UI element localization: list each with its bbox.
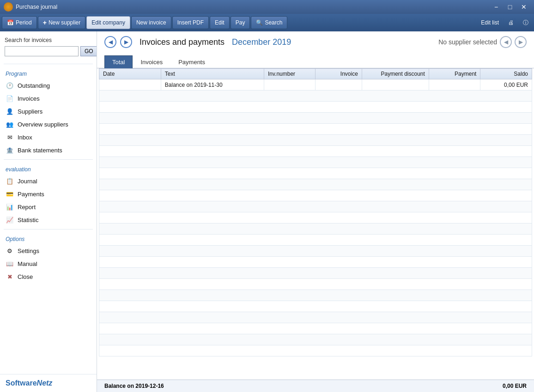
sidebar-item-label: Manual [18, 260, 37, 267]
sidebar-item-label: Bank statements [18, 147, 62, 154]
maximize-button[interactable]: □ [504, 2, 516, 12]
sidebar-item-payments[interactable]: 💳 Payments [0, 187, 97, 200]
sidebar-item-overview-suppliers[interactable]: 👥 Overview suppliers [0, 118, 97, 131]
info-icon: ⓘ [523, 19, 528, 27]
go-button[interactable]: GO [80, 46, 97, 56]
tab-payments[interactable]: Payments [170, 55, 213, 68]
search-section: Search for invoices GO [0, 31, 97, 61]
clock-icon: 🕐 [6, 81, 14, 90]
sidebar-item-label: Overview suppliers [18, 121, 68, 128]
table-row [99, 124, 532, 135]
persons-icon: 👥 [6, 120, 14, 128]
sidebar-item-statistic[interactable]: 📈 Statistic [0, 213, 97, 226]
tab-payments-label: Payments [178, 59, 205, 66]
edit-button[interactable]: Edit [210, 16, 230, 29]
printer-icon: 🖨 [508, 19, 514, 26]
cell-text: Balance on 2019-11-30 [161, 79, 264, 90]
prev-period-button[interactable]: ◀ [104, 36, 116, 48]
content-title: Invoices and payments [140, 37, 225, 47]
sidebar-item-invoices[interactable]: 📄 Invoices [0, 92, 97, 105]
tab-invoices[interactable]: Invoices [133, 55, 170, 68]
gear-icon: ⚙ [6, 247, 14, 255]
inbox-icon: ✉ [6, 133, 14, 141]
sidebar-item-label: Statistic [18, 217, 39, 223]
table-row [99, 190, 532, 201]
table-row [99, 323, 532, 334]
sidebar-item-bank-statements[interactable]: 🏦 Bank statements [0, 144, 97, 157]
new-invoice-button[interactable]: New invoice [131, 16, 171, 29]
table-row [99, 90, 532, 102]
logo-s: S [6, 379, 11, 387]
data-table: Date Text Inv.number Invoice Payment dis… [99, 68, 532, 356]
search-row: GO [5, 46, 92, 56]
sidebar-item-inbox[interactable]: ✉ Inbox [0, 131, 97, 144]
col-payment: Payment [429, 69, 480, 79]
divider-2 [4, 159, 93, 160]
report-icon: 📊 [6, 203, 14, 211]
evaluation-section-label: evaluation [0, 163, 97, 175]
statistic-icon: 📈 [6, 216, 14, 224]
table-row [99, 212, 532, 223]
cell-invoice [316, 79, 362, 90]
sidebar-spacer [0, 283, 97, 374]
edit-company-button[interactable]: Edit company [86, 16, 130, 29]
minimize-button[interactable]: − [490, 2, 503, 12]
sidebar-item-close[interactable]: ✖ Close [0, 270, 97, 283]
insert-pdf-button[interactable]: Insert PDF [172, 16, 209, 29]
edit-list-button[interactable]: Edit list [477, 16, 503, 29]
prev-supplier-button[interactable]: ◀ [500, 36, 512, 48]
sidebar-item-label: Invoices [18, 95, 40, 102]
col-saldo: Saldo [480, 69, 532, 79]
tab-total[interactable]: Total [104, 55, 133, 68]
program-section-label: Program [0, 67, 97, 79]
next-supplier-button[interactable]: ▶ [515, 36, 527, 48]
sidebar-item-label: Close [18, 273, 33, 280]
col-date: Date [99, 69, 161, 79]
print-button[interactable]: 🖨 [504, 16, 517, 29]
sidebar-item-label: Inbox [18, 134, 32, 141]
table-row [99, 301, 532, 312]
period-link[interactable]: December 2019 [232, 37, 291, 47]
table-row [99, 135, 532, 146]
search-label: Search for invoices [5, 37, 92, 43]
period-button[interactable]: 📅 Period [2, 16, 37, 29]
sidebar-logo: SoftwareNetz [0, 374, 97, 392]
pay-button[interactable]: Pay [231, 16, 250, 29]
cell-saldo: 0,00 EUR [480, 79, 532, 90]
table-wrapper: Date Text Inv.number Invoice Payment dis… [97, 68, 534, 380]
table-row [99, 201, 532, 212]
sidebar-item-journal[interactable]: 📋 Journal [0, 175, 97, 187]
new-supplier-button[interactable]: + New supplier [38, 16, 86, 29]
sidebar-item-settings[interactable]: ⚙ Settings [0, 244, 97, 257]
table-row [99, 235, 532, 246]
table-row [99, 334, 532, 345]
col-invoice: Invoice [316, 69, 362, 79]
manual-icon: 📖 [6, 259, 14, 268]
sidebar-item-label: Settings [18, 247, 39, 254]
table-row [99, 146, 532, 157]
sidebar-item-report[interactable]: 📊 Report [0, 200, 97, 213]
sidebar-item-outstanding[interactable]: 🕐 Outstanding [0, 79, 97, 92]
plus-icon: + [43, 19, 47, 26]
window-controls: − □ ✕ [490, 2, 530, 12]
table-row [99, 223, 532, 235]
close-icon: ✖ [6, 272, 14, 281]
content: ◀ ▶ Invoices and payments December 2019 … [97, 31, 534, 392]
search-input[interactable] [5, 46, 79, 56]
search-button[interactable]: 🔍 Search [251, 16, 287, 29]
next-period-button[interactable]: ▶ [120, 36, 132, 48]
info-button[interactable]: ⓘ [519, 16, 532, 29]
tab-invoices-label: Invoices [140, 59, 163, 66]
sidebar-item-suppliers[interactable]: 👤 Suppliers [0, 105, 97, 118]
col-inv-number: Inv.number [264, 69, 316, 79]
sidebar-item-manual[interactable]: 📖 Manual [0, 257, 97, 270]
close-button[interactable]: ✕ [517, 2, 530, 12]
table-row [99, 246, 532, 257]
cell-date [99, 79, 161, 90]
sidebar-item-label: Journal [18, 178, 37, 185]
journal-icon: 📋 [6, 177, 14, 185]
divider-1 [4, 64, 93, 64]
table-row [99, 268, 532, 279]
tabs-row: Total Invoices Payments [97, 52, 534, 68]
sidebar-item-label: Outstanding [18, 82, 50, 89]
